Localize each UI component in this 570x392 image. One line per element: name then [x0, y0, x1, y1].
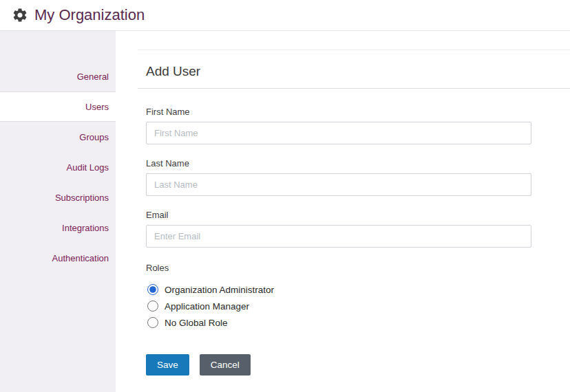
- sidebar-item-label: Subscriptions: [55, 193, 109, 203]
- button-row: Save Cancel: [146, 354, 531, 375]
- sidebar-item-label: Audit Logs: [67, 162, 109, 173]
- page-title: Add User: [138, 64, 570, 89]
- add-user-form: First Name Last Name Email Roles Organiz…: [138, 89, 570, 375]
- roles-radio-group: Organization Administrator Application M…: [146, 284, 531, 328]
- sidebar-item-label: Groups: [79, 132, 109, 142]
- role-option-organization-administrator[interactable]: Organization Administrator: [146, 284, 531, 295]
- last-name-label: Last Name: [146, 158, 531, 168]
- cancel-button[interactable]: Cancel: [200, 354, 251, 375]
- role-option-label: No Global Role: [165, 318, 228, 328]
- first-name-input[interactable]: [146, 122, 531, 144]
- sidebar-item-users[interactable]: Users: [0, 91, 116, 122]
- role-radio-application-manager[interactable]: [147, 301, 158, 312]
- gear-icon: [12, 7, 28, 23]
- main-content: Add User First Name Last Name Email Role…: [116, 31, 570, 392]
- sidebar-item-general[interactable]: General: [0, 61, 116, 91]
- add-user-panel: Add User First Name Last Name Email Role…: [138, 50, 570, 375]
- app-title: My Organization: [34, 6, 145, 24]
- email-input[interactable]: [146, 225, 531, 248]
- save-button[interactable]: Save: [146, 354, 189, 375]
- sidebar-item-label: Users: [85, 102, 109, 112]
- app-header: My Organization: [0, 0, 570, 31]
- role-option-label: Application Manager: [165, 301, 249, 312]
- role-radio-organization-administrator[interactable]: [147, 284, 158, 295]
- sidebar-item-audit-logs[interactable]: Audit Logs: [0, 152, 116, 182]
- sidebar-item-label: Integrations: [62, 223, 109, 233]
- role-radio-no-global-role[interactable]: [147, 317, 158, 328]
- sidebar-item-label: General: [77, 72, 109, 82]
- sidebar-item-integrations[interactable]: Integrations: [0, 213, 116, 243]
- sidebar: General Users Groups Audit Logs Subscrip…: [0, 31, 116, 392]
- app-body: General Users Groups Audit Logs Subscrip…: [0, 31, 570, 392]
- sidebar-item-groups[interactable]: Groups: [0, 122, 116, 152]
- roles-label: Roles: [146, 263, 531, 273]
- email-label: Email: [146, 210, 531, 220]
- first-name-label: First Name: [146, 107, 531, 117]
- sidebar-item-label: Authentication: [52, 253, 109, 263]
- sidebar-item-authentication[interactable]: Authentication: [0, 243, 116, 273]
- role-option-label: Organization Administrator: [165, 285, 274, 295]
- role-option-no-global-role[interactable]: No Global Role: [146, 317, 531, 328]
- sidebar-item-subscriptions[interactable]: Subscriptions: [0, 182, 116, 213]
- last-name-input[interactable]: [146, 173, 531, 196]
- role-option-application-manager[interactable]: Application Manager: [146, 301, 531, 312]
